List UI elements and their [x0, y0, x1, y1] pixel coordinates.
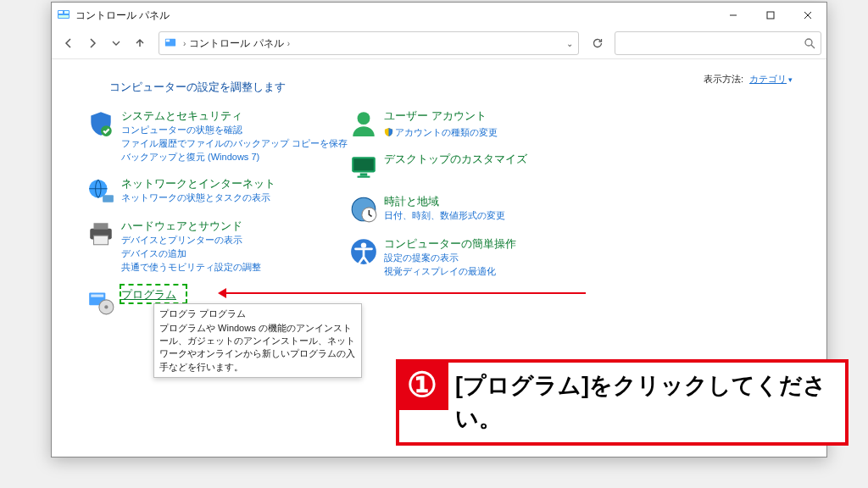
- svg-rect-3: [58, 15, 69, 18]
- category-network: ネットワークとインターネット ネットワークの状態とタスクの表示: [86, 176, 348, 207]
- left-column: システムとセキュリティ コンピューターの状態を確認 ファイル履歴でファイルのバッ…: [86, 108, 348, 329]
- category-user-accounts: ユーザー アカウント アカウントの種類の変更: [348, 108, 611, 140]
- window-title: コントロール パネル: [75, 8, 170, 23]
- address-bar[interactable]: › コントロール パネル › ⌄: [159, 31, 579, 55]
- task-link[interactable]: 設定の提案の表示: [384, 252, 516, 265]
- task-link[interactable]: コンピューターの状態を確認: [121, 124, 348, 137]
- toolbar: › コントロール パネル › ⌄: [52, 28, 826, 59]
- search-box[interactable]: [615, 31, 821, 55]
- svg-rect-19: [91, 294, 103, 297]
- chevron-down-icon[interactable]: ⌄: [566, 39, 573, 48]
- annotation-highlight-box: [120, 284, 187, 304]
- task-link[interactable]: ネットワークの状態とタスクの表示: [121, 191, 275, 205]
- svg-rect-1: [58, 11, 63, 14]
- printer-icon: [86, 219, 116, 249]
- chevron-right-icon: ›: [183, 39, 186, 48]
- category-link[interactable]: コンピューターの簡単操作: [384, 236, 516, 252]
- category-link[interactable]: ユーザー アカウント: [384, 108, 498, 124]
- chevron-right-icon: ›: [287, 39, 290, 48]
- view-by: 表示方法: カテゴリ▾: [704, 73, 793, 86]
- clock-globe-icon: [348, 194, 379, 225]
- shield-icon: [86, 108, 116, 139]
- maximize-button[interactable]: [752, 3, 789, 28]
- category-appearance: デスクトップのカスタマイズ: [348, 152, 611, 182]
- category-ease-of-access: コンピューターの簡単操作 設定の提案の表示 視覚ディスプレイの最適化: [348, 236, 611, 279]
- annotation-step-number: ①: [396, 359, 448, 410]
- category-link[interactable]: ハードウェアとサウンド: [121, 219, 261, 234]
- category-clock-region: 時計と地域 日付、時刻、数値形式の変更: [348, 194, 611, 225]
- svg-point-10: [805, 39, 812, 46]
- user-icon: [348, 108, 379, 139]
- tooltip: プログラ プログラム プログラムや Windows の機能のアンインストール、ガ…: [153, 303, 362, 379]
- titlebar: コントロール パネル: [52, 3, 826, 28]
- view-by-value[interactable]: カテゴリ: [749, 74, 787, 84]
- view-by-label: 表示方法:: [704, 74, 743, 84]
- svg-rect-26: [358, 176, 370, 178]
- recent-locations-button[interactable]: [104, 31, 128, 55]
- refresh-button[interactable]: [586, 31, 609, 55]
- minimize-button[interactable]: [715, 3, 752, 28]
- svg-rect-14: [103, 195, 114, 202]
- chevron-down-icon[interactable]: ▾: [788, 75, 793, 84]
- category-link[interactable]: ネットワークとインターネット: [121, 176, 275, 191]
- search-icon: [804, 37, 815, 49]
- control-panel-icon: [164, 37, 176, 49]
- task-link[interactable]: ファイル履歴でファイルのバックアップ コピーを保存: [121, 137, 348, 151]
- forward-button[interactable]: [81, 31, 104, 55]
- breadcrumb-root[interactable]: コントロール パネル: [189, 36, 283, 51]
- instruction-annotation: ① [プログラム]をクリックしてください。: [396, 359, 849, 446]
- svg-rect-17: [94, 236, 108, 245]
- annotation-text: [プログラム]をクリックしてください。: [448, 363, 845, 435]
- task-link[interactable]: 共通で使うモビリティ設定の調整: [121, 261, 261, 274]
- monitor-icon: [348, 152, 379, 182]
- svg-rect-16: [94, 223, 108, 229]
- svg-point-22: [358, 112, 370, 125]
- task-link[interactable]: アカウントの種類の変更: [395, 127, 498, 137]
- control-panel-icon: [57, 8, 70, 22]
- close-button[interactable]: [789, 3, 826, 28]
- annotation-arrow: [221, 292, 586, 294]
- category-programs: プログラム プログラ プログラム プログラムや Windows の機能のアンイン…: [86, 286, 348, 317]
- accessibility-icon: [348, 236, 379, 267]
- svg-rect-24: [353, 158, 373, 170]
- uac-shield-icon: [384, 127, 393, 136]
- back-button[interactable]: [57, 31, 81, 55]
- right-column: ユーザー アカウント アカウントの種類の変更 デスクトップのカスタマイズ: [348, 108, 611, 329]
- svg-line-11: [811, 45, 815, 48]
- category-link[interactable]: 時計と地域: [384, 194, 505, 209]
- task-link[interactable]: デバイスの追加: [121, 247, 261, 261]
- svg-rect-25: [360, 173, 368, 175]
- svg-rect-2: [64, 11, 69, 14]
- up-button[interactable]: [128, 31, 152, 55]
- task-link[interactable]: 視覚ディスプレイの最適化: [384, 265, 516, 279]
- globe-network-icon: [86, 176, 116, 207]
- svg-rect-9: [166, 40, 170, 42]
- task-link[interactable]: デバイスとプリンターの表示: [121, 234, 261, 247]
- category-system-security: システムとセキュリティ コンピューターの状態を確認 ファイル履歴でファイルのバッ…: [86, 108, 348, 164]
- programs-icon: [86, 286, 116, 317]
- tooltip-body: プログラムや Windows の機能のアンインストール、ガジェットのアンインスト…: [159, 322, 356, 374]
- category-hardware: ハードウェアとサウンド デバイスとプリンターの表示 デバイスの追加 共通で使うモ…: [86, 219, 348, 274]
- task-link[interactable]: バックアップと復元 (Windows 7): [121, 151, 348, 164]
- category-link[interactable]: システムとセキュリティ: [121, 108, 348, 124]
- tooltip-title: プログラ プログラム: [159, 308, 356, 320]
- svg-point-21: [104, 305, 108, 308]
- svg-rect-5: [767, 12, 774, 19]
- content-area: コンピューターの設定を調整します 表示方法: カテゴリ▾ システムとセキュリティ…: [52, 59, 826, 342]
- task-link[interactable]: 日付、時刻、数値形式の変更: [384, 209, 505, 223]
- svg-point-31: [361, 242, 366, 247]
- category-link[interactable]: デスクトップのカスタマイズ: [384, 152, 527, 167]
